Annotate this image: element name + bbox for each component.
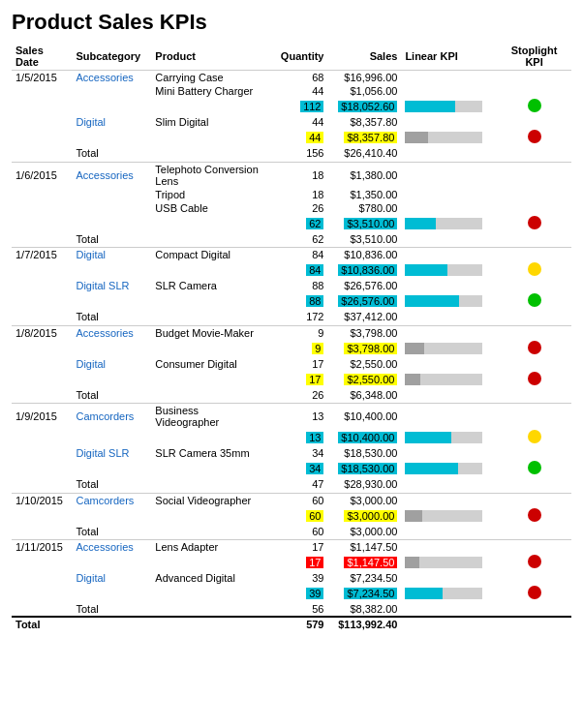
cell-quantity: 60 [268, 507, 327, 525]
yellow-dot [528, 430, 541, 443]
cell-quantity: 9 [268, 325, 327, 340]
cell-linear-kpi [401, 146, 497, 160]
cell-stoplight-kpi [497, 248, 571, 262]
table-row: DigitalSlim Digital44$8,357.80 [12, 115, 571, 129]
cell-product: Consumer Digital [151, 357, 268, 371]
cell-sales: $8,357.80 [327, 129, 401, 146]
table-row: 1/5/2015AccessoriesCarrying Case68$16,99… [12, 71, 571, 85]
cell-sales: $3,510.00 [327, 232, 401, 246]
table-row: 17$2,550.00 [12, 371, 571, 388]
cell-linear-kpi [401, 115, 497, 129]
grand-total-label: Total [12, 617, 268, 631]
cell-quantity: 26 [268, 388, 327, 402]
cell-stoplight-kpi [497, 525, 571, 538]
cell-sales: $3,798.00 [327, 340, 401, 357]
cell-linear-kpi [401, 493, 497, 507]
cell-quantity: 34 [268, 460, 327, 477]
table-row: Total47$28,930.00 [12, 477, 571, 491]
cell-stoplight-kpi [497, 404, 571, 430]
cell-product: Advanced Digital [151, 571, 268, 585]
cell-quantity: 13 [268, 429, 327, 446]
cell-subcategory: Accessories [72, 162, 151, 188]
cell-date [12, 429, 72, 446]
cell-linear-kpi [401, 325, 497, 340]
cell-subcategory: Total [72, 310, 151, 323]
table-row: Total62$3,510.00 [12, 232, 571, 246]
cell-date [12, 460, 72, 477]
cell-date [12, 507, 72, 525]
cell-product: Mini Battery Charger [151, 84, 268, 98]
cell-sales: $780.00 [327, 201, 401, 215]
cell-subcategory: Total [72, 232, 151, 246]
page-title: Product Sales KPIs [12, 10, 571, 35]
grand-total-qty: 579 [268, 617, 327, 631]
cell-stoplight-kpi [497, 388, 571, 402]
cell-quantity: 26 [268, 201, 327, 215]
cell-date: 1/8/2015 [12, 325, 72, 340]
cell-sales: $8,382.00 [327, 602, 401, 617]
cell-date [12, 232, 72, 246]
table-row: Total56$8,382.00 [12, 602, 571, 617]
cell-linear-kpi [401, 201, 497, 215]
cell-linear-kpi [401, 248, 497, 262]
yellow-dot [528, 262, 541, 276]
cell-product [151, 507, 268, 525]
cell-sales: $16,996.00 [327, 71, 401, 85]
cell-date [12, 477, 72, 491]
cell-subcategory [72, 215, 151, 232]
cell-linear-kpi [401, 98, 497, 115]
cell-sales: $18,530.00 [327, 460, 401, 477]
cell-linear-kpi [401, 602, 497, 617]
cell-sales: $26,576.00 [327, 292, 401, 310]
cell-linear-kpi [401, 571, 497, 585]
grand-total-bar [401, 617, 497, 631]
cell-subcategory: Total [72, 146, 151, 160]
cell-linear-kpi [401, 540, 497, 555]
cell-stoplight-kpi [497, 602, 571, 617]
cell-stoplight-kpi [497, 232, 571, 246]
cell-subcategory: Digital [72, 115, 151, 129]
cell-quantity: 17 [268, 540, 327, 555]
cell-product: Tripod [151, 188, 268, 201]
cell-product [151, 602, 268, 617]
table-row: 88$26,576.00 [12, 292, 571, 310]
cell-sales: $3,510.00 [327, 215, 401, 232]
table-row: 17$1,147.50 [12, 554, 571, 571]
cell-subcategory [72, 98, 151, 115]
cell-quantity: 18 [268, 162, 327, 188]
cell-date [12, 554, 72, 571]
cell-linear-kpi [401, 188, 497, 201]
cell-quantity: 17 [268, 554, 327, 571]
cell-subcategory [72, 129, 151, 146]
cell-date: 1/9/2015 [12, 404, 72, 430]
cell-date [12, 279, 72, 292]
cell-stoplight-kpi [497, 215, 571, 232]
cell-date: 1/5/2015 [12, 71, 72, 85]
cell-sales: $1,350.00 [327, 188, 401, 201]
table-row: 39$7,234.50 [12, 585, 571, 602]
cell-linear-kpi [401, 388, 497, 402]
cell-subcategory: Digital [72, 571, 151, 585]
cell-product [151, 215, 268, 232]
cell-stoplight-kpi [497, 115, 571, 129]
cell-product [151, 340, 268, 357]
cell-sales: $2,550.00 [327, 371, 401, 388]
cell-stoplight-kpi [497, 357, 571, 371]
table-row: Digital SLRSLR Camera88$26,576.00 [12, 279, 571, 292]
cell-product [151, 261, 268, 279]
table-row: DigitalAdvanced Digital39$7,234.50 [12, 571, 571, 585]
cell-quantity: 17 [268, 371, 327, 388]
cell-product [151, 477, 268, 491]
header-sales: Sales [327, 43, 401, 71]
cell-subcategory: Total [72, 525, 151, 538]
table-row: 1/9/2015CamcordersBusiness Videographer1… [12, 404, 571, 430]
cell-linear-kpi [401, 232, 497, 246]
cell-date: 1/10/2015 [12, 493, 72, 507]
cell-linear-kpi [401, 84, 497, 98]
cell-date [12, 146, 72, 160]
red-dot [528, 586, 541, 599]
table-row: Total26$6,348.00 [12, 388, 571, 402]
cell-date [12, 84, 72, 98]
cell-stoplight-kpi [497, 585, 571, 602]
cell-linear-kpi [401, 507, 497, 525]
